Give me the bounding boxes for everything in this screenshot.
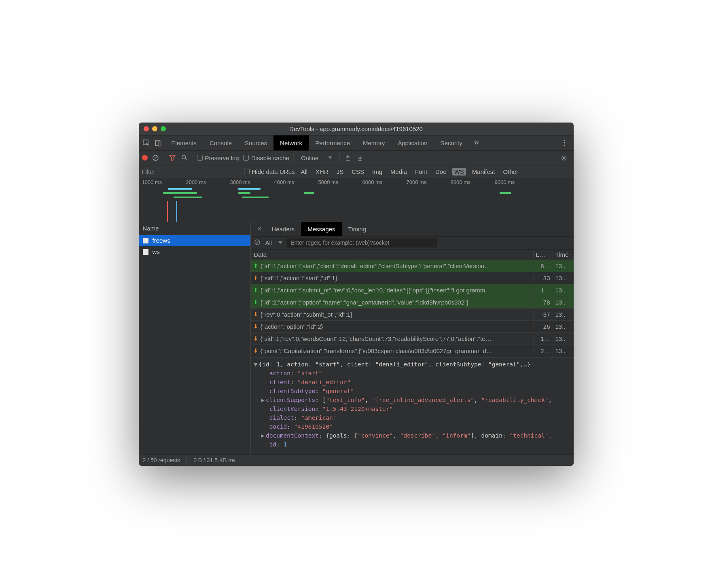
request-row[interactable]: freews [139, 235, 250, 246]
message-row[interactable]: ⬇{"sid":1,"rev":0,"wordsCount":12,"chars… [251, 333, 574, 345]
arrow-down-icon: ⬇ [253, 323, 258, 330]
col-time-header[interactable]: Time [553, 251, 574, 258]
filter-chip-media[interactable]: Media [388, 168, 409, 176]
message-row[interactable]: ⬇{"rev":0,"action":"submit_ot","id":1}37… [251, 309, 574, 321]
message-row[interactable]: ⬇{"point":"Capitalization","transforms":… [251, 345, 574, 357]
timeline-tick: 8000 ms [451, 179, 471, 185]
tab-security[interactable]: Security [434, 135, 469, 150]
filter-chip-css[interactable]: CSS [350, 168, 366, 176]
filter-chip-other[interactable]: Other [501, 168, 521, 176]
request-row[interactable]: ws [139, 246, 250, 258]
message-time: 13:. [553, 347, 574, 354]
message-text: {"rev":0,"action":"submit_ot","id":1} [261, 311, 353, 318]
filter-chip-font[interactable]: Font [413, 168, 429, 176]
arrow-up-icon: ⬆ [253, 287, 258, 293]
timeline-tick: 7000 ms [407, 179, 427, 185]
message-row[interactable]: ⬆{"id":1,"action":"submit_ot","rev":0,"d… [251, 284, 574, 296]
message-text: {"id":1,"action":"start","client":"denal… [261, 262, 491, 269]
maximize-icon[interactable] [161, 126, 166, 131]
filter-chip-img[interactable]: Img [370, 168, 384, 176]
minimize-icon[interactable] [152, 126, 157, 131]
filter-chip-all[interactable]: All [299, 168, 309, 176]
arrow-down-icon: ⬇ [253, 335, 258, 342]
status-transfer: 0 B / 31.5 KB tra [193, 457, 235, 463]
filter-bar: Hide data URLs AllXHRJSCSSImgMediaFontDo… [139, 165, 574, 178]
search-icon[interactable] [180, 152, 189, 164]
throttling-select[interactable]: Online [298, 154, 335, 162]
clear-icon[interactable] [254, 239, 261, 247]
message-time: 13:. [553, 262, 574, 269]
inspect-icon[interactable] [140, 137, 153, 149]
filter-input[interactable] [139, 165, 240, 178]
message-text: {"id":2,"action":"option","name":"gnar_c… [261, 299, 469, 306]
close-icon[interactable] [144, 126, 149, 131]
gear-icon[interactable] [558, 152, 570, 164]
detail-tabs: ✕ HeadersMessagesTiming [251, 222, 574, 237]
tab-memory[interactable]: Memory [356, 135, 391, 150]
request-list-header[interactable]: Name [139, 222, 250, 235]
message-time: 13:. [553, 299, 574, 306]
svg-rect-2 [158, 142, 161, 146]
file-icon [143, 238, 148, 243]
filter-chip-xhr[interactable]: XHR [314, 168, 331, 176]
svg-line-9 [185, 159, 187, 160]
message-length: 1… [533, 335, 553, 342]
message-row[interactable]: ⬆{"id":2,"action":"option","name":"gnar_… [251, 296, 574, 309]
timeline-tick: 9000 ms [495, 179, 515, 185]
preserve-log-label: Preserve log [205, 154, 239, 161]
device-toggle-icon[interactable] [153, 137, 165, 149]
detail-tab-messages[interactable]: Messages [301, 222, 341, 236]
tab-performance[interactable]: Performance [309, 135, 356, 150]
timeline-tick: 6000 ms [362, 179, 383, 185]
svg-line-7 [154, 156, 157, 160]
filter-chip-js[interactable]: JS [335, 168, 346, 176]
svg-point-3 [564, 140, 565, 141]
status-bar: 2 / 50 requests 0 B / 31.5 KB tra [139, 455, 574, 466]
hide-data-urls-toggle[interactable]: Hide data URLs [244, 168, 295, 175]
file-icon [143, 249, 148, 255]
record-icon[interactable] [142, 155, 148, 161]
message-payload-viewer[interactable]: ▼{id: 1, action: "start", client: "denal… [251, 357, 574, 455]
col-data-header[interactable]: Data [251, 251, 533, 258]
timeline-overview[interactable]: 1000 ms2000 ms3000 ms4000 ms5000 ms6000 … [139, 178, 574, 222]
message-length: 26 [533, 323, 553, 330]
col-length-header[interactable]: L… [533, 251, 553, 258]
message-row[interactable]: ⬇{"action":"option","id":2}2613:. [251, 321, 574, 333]
disable-cache-toggle[interactable]: Disable cache [243, 154, 289, 161]
message-row[interactable]: ⬆{"id":1,"action":"start","client":"dena… [251, 260, 574, 272]
chevron-double-right-icon[interactable] [470, 137, 483, 149]
svg-point-8 [182, 155, 186, 159]
devtools-window: DevTools - app.grammarly.com/ddocs/41961… [139, 123, 574, 466]
download-icon[interactable] [356, 152, 364, 164]
message-text: {"sid":1,"action":"start","id":1} [261, 275, 337, 281]
disable-cache-label: Disable cache [251, 154, 289, 161]
tab-elements[interactable]: Elements [165, 135, 203, 150]
message-row[interactable]: ⬇{"sid":1,"action":"start","id":1}3313:. [251, 272, 574, 284]
message-length: 2… [533, 347, 553, 354]
message-regex-input[interactable] [287, 238, 437, 247]
upload-icon[interactable] [344, 152, 352, 164]
message-text: {"sid":1,"rev":0,"wordsCount":12,"charsC… [261, 335, 492, 342]
filter-icon[interactable] [168, 152, 176, 164]
timeline-tick: 4000 ms [274, 179, 295, 185]
request-name: freews [153, 237, 170, 244]
tab-network[interactable]: Network [273, 135, 309, 150]
timeline-tick: 5000 ms [318, 179, 339, 185]
timeline-tick: 2000 ms [186, 179, 206, 185]
detail-tab-timing[interactable]: Timing [342, 222, 373, 236]
clear-icon[interactable] [152, 152, 160, 164]
preserve-log-toggle[interactable]: Preserve log [197, 154, 239, 161]
tab-application[interactable]: Application [391, 135, 434, 150]
svg-point-10 [563, 157, 565, 159]
arrow-down-icon: ⬇ [253, 275, 258, 281]
window-titlebar: DevTools - app.grammarly.com/ddocs/41961… [139, 123, 574, 135]
close-icon[interactable]: ✕ [254, 225, 265, 233]
kebab-menu-icon[interactable] [558, 137, 570, 149]
filter-chip-doc[interactable]: Doc [433, 168, 448, 176]
tab-sources[interactable]: Sources [238, 135, 273, 150]
message-direction-select[interactable]: All [265, 239, 283, 246]
filter-chip-manifest[interactable]: Manifest [470, 168, 497, 176]
tab-console[interactable]: Console [203, 135, 238, 150]
detail-tab-headers[interactable]: Headers [265, 222, 301, 236]
filter-chip-ws[interactable]: WS [452, 168, 466, 176]
